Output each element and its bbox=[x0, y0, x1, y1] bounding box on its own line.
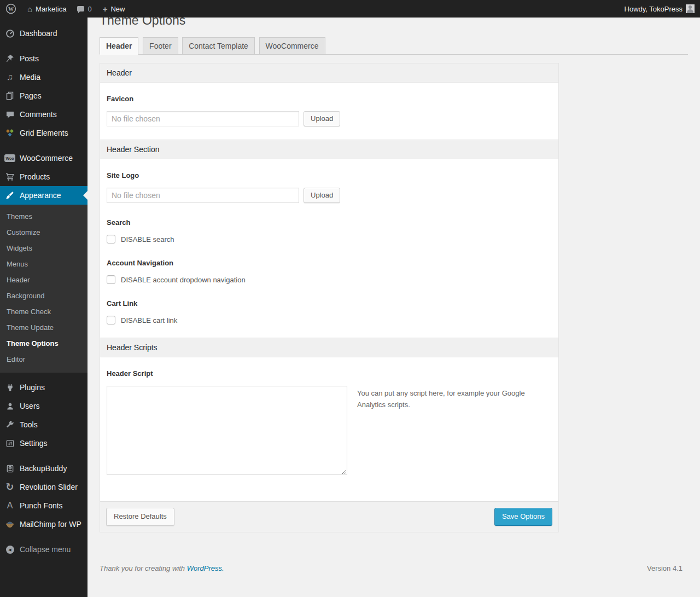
disable-account-nav-checkbox[interactable] bbox=[107, 275, 115, 284]
section-header-scripts-title: Header Scripts bbox=[100, 338, 558, 357]
section-header-title: Header bbox=[100, 63, 558, 83]
main-content: Theme Options Header Footer Contact Temp… bbox=[88, 0, 700, 583]
user-icon bbox=[4, 401, 15, 411]
submenu-item-widgets[interactable]: Widgets bbox=[0, 240, 88, 256]
mailchimp-monkey-icon bbox=[4, 519, 15, 530]
cart-link-group: Cart Link DISABLE cart link bbox=[107, 299, 552, 324]
submenu-item-theme-options[interactable]: Theme Options bbox=[0, 335, 88, 351]
sidebar-item-label: Tools bbox=[20, 420, 38, 429]
sidebar-item-media[interactable]: ♫ Media bbox=[0, 68, 88, 86]
favicon-upload-button[interactable]: Upload bbox=[304, 111, 340, 126]
sidebar-item-grid-elements[interactable]: Grid Elements bbox=[0, 124, 88, 142]
pages-icon bbox=[4, 90, 15, 101]
tab-contact-template[interactable]: Contact Template bbox=[182, 37, 255, 55]
sidebar-item-punch-fonts[interactable]: A Punch Fonts bbox=[0, 496, 88, 515]
howdy-text: Howdy, TokoPress bbox=[625, 5, 682, 13]
panel-footer-bar: Restore Defaults Save Options bbox=[100, 501, 558, 531]
header-script-textarea[interactable] bbox=[107, 386, 347, 475]
favicon-file-input[interactable] bbox=[107, 111, 299, 126]
site-name: Marketica bbox=[36, 5, 66, 13]
dashboard-icon bbox=[4, 28, 15, 39]
site-logo-file-input[interactable] bbox=[107, 188, 299, 203]
sidebar-item-backupbuddy[interactable]: BackupBuddy bbox=[0, 459, 88, 478]
submenu-item-header[interactable]: Header bbox=[0, 272, 88, 288]
refresh-arrows-icon: ↻ bbox=[4, 482, 15, 492]
admin-bar: W ⌂ Marketica 0 + New Howdy, TokoPress bbox=[0, 0, 700, 18]
thanks-prefix: Thank you for creating with bbox=[100, 564, 187, 572]
sidebar-item-label: BackupBuddy bbox=[20, 464, 67, 473]
site-logo-upload-button[interactable]: Upload bbox=[304, 188, 340, 203]
letter-a-icon: A bbox=[4, 500, 15, 511]
restore-defaults-button[interactable]: Restore Defaults bbox=[106, 508, 174, 525]
sidebar-item-label: Plugins bbox=[20, 383, 45, 392]
menu-separator bbox=[0, 142, 88, 149]
search-label: Search bbox=[107, 218, 552, 227]
disable-account-nav-label[interactable]: DISABLE account dropdown navigation bbox=[121, 276, 246, 284]
appearance-submenu: Themes Customize Widgets Menus Header Ba… bbox=[0, 205, 88, 373]
my-account-menu[interactable]: Howdy, TokoPress bbox=[619, 0, 700, 18]
sidebar-item-comments[interactable]: Comments bbox=[0, 105, 88, 124]
submenu-item-background[interactable]: Background bbox=[0, 288, 88, 304]
sidebar-item-dashboard[interactable]: Dashboard bbox=[0, 24, 88, 43]
save-options-button[interactable]: Save Options bbox=[494, 508, 552, 525]
submenu-item-themes[interactable]: Themes bbox=[0, 208, 88, 224]
sidebar-item-label: WooCommerce bbox=[20, 154, 73, 163]
submenu-item-editor[interactable]: Editor bbox=[0, 351, 88, 367]
sidebar-item-label: Settings bbox=[20, 439, 48, 448]
theme-options-tabs: Header Footer Contact Template WooCommer… bbox=[100, 37, 688, 55]
menu-separator bbox=[0, 453, 88, 459]
plus-icon: + bbox=[103, 5, 108, 13]
site-logo-file-row: Upload bbox=[107, 188, 552, 203]
disable-cart-link-checkbox[interactable] bbox=[107, 316, 115, 324]
submenu-item-customize[interactable]: Customize bbox=[0, 224, 88, 240]
account-checkbox-row: DISABLE account dropdown navigation bbox=[107, 275, 552, 284]
sidebar-item-posts[interactable]: Posts bbox=[0, 49, 88, 68]
header-script-hint: You can put any script here, for example… bbox=[357, 386, 527, 410]
sidebar-item-label: Appearance bbox=[20, 191, 61, 200]
section-header-section-body: Site Logo Upload Search DISABLE search A… bbox=[100, 159, 558, 338]
sidebar-item-mailchimp[interactable]: MailChimp for WP bbox=[0, 515, 88, 534]
header-script-row: You can put any script here, for example… bbox=[107, 386, 552, 488]
comment-bubble-icon bbox=[77, 6, 84, 11]
sidebar-item-label: Dashboard bbox=[20, 29, 57, 38]
sidebar-item-tools[interactable]: Tools bbox=[0, 415, 88, 434]
submenu-item-theme-update[interactable]: Theme Update bbox=[0, 320, 88, 335]
sidebar-item-label: Posts bbox=[20, 54, 39, 63]
tab-woocommerce[interactable]: WooCommerce bbox=[259, 37, 325, 55]
header-script-label: Header Script bbox=[107, 369, 552, 378]
sidebar-item-appearance[interactable]: Appearance bbox=[0, 186, 88, 205]
tab-header[interactable]: Header bbox=[100, 37, 138, 55]
theme-options-panel: Header Favicon Upload Header Section Sit… bbox=[100, 63, 559, 532]
sidebar-item-users[interactable]: Users bbox=[0, 397, 88, 415]
sidebar-item-products[interactable]: Products bbox=[0, 167, 88, 186]
site-name-menu[interactable]: ⌂ Marketica bbox=[22, 0, 72, 18]
grid-elements-icon bbox=[4, 127, 15, 138]
sidebar-item-label: Products bbox=[20, 172, 50, 181]
sidebar-item-settings[interactable]: Settings bbox=[0, 434, 88, 453]
submenu-item-menus[interactable]: Menus bbox=[0, 256, 88, 272]
comments-menu[interactable]: 0 bbox=[72, 0, 97, 18]
disable-search-label[interactable]: DISABLE search bbox=[121, 235, 174, 244]
menu-separator bbox=[0, 43, 88, 49]
wrench-icon bbox=[4, 419, 15, 430]
wp-logo-menu[interactable]: W bbox=[0, 0, 22, 18]
submenu-item-theme-check[interactable]: Theme Check bbox=[0, 304, 88, 320]
collapse-menu-button[interactable]: ◀ Collapse menu bbox=[0, 540, 88, 559]
sidebar-item-woocommerce[interactable]: Woo WooCommerce bbox=[0, 149, 88, 167]
sliders-icon bbox=[4, 438, 15, 449]
sidebar-item-label: Comments bbox=[20, 110, 57, 119]
sidebar-item-revolution-slider[interactable]: ↻ Revolution Slider bbox=[0, 478, 88, 496]
new-content-menu[interactable]: + New bbox=[97, 0, 131, 18]
disable-search-checkbox[interactable] bbox=[107, 235, 115, 244]
tab-footer[interactable]: Footer bbox=[143, 37, 178, 55]
new-label: New bbox=[110, 5, 125, 13]
sidebar-item-pages[interactable]: Pages bbox=[0, 86, 88, 105]
sidebar-item-plugins[interactable]: Plugins bbox=[0, 378, 88, 397]
sidebar-item-label: Grid Elements bbox=[20, 129, 68, 137]
plug-icon bbox=[4, 382, 15, 393]
pushpin-icon bbox=[4, 53, 15, 64]
admin-menu: Dashboard Posts ♫ Media Pages Comments bbox=[0, 18, 88, 597]
wordpress-link[interactable]: WordPress. bbox=[187, 564, 224, 572]
disable-cart-link-label[interactable]: DISABLE cart link bbox=[121, 316, 177, 324]
site-logo-label: Site Logo bbox=[107, 171, 552, 179]
